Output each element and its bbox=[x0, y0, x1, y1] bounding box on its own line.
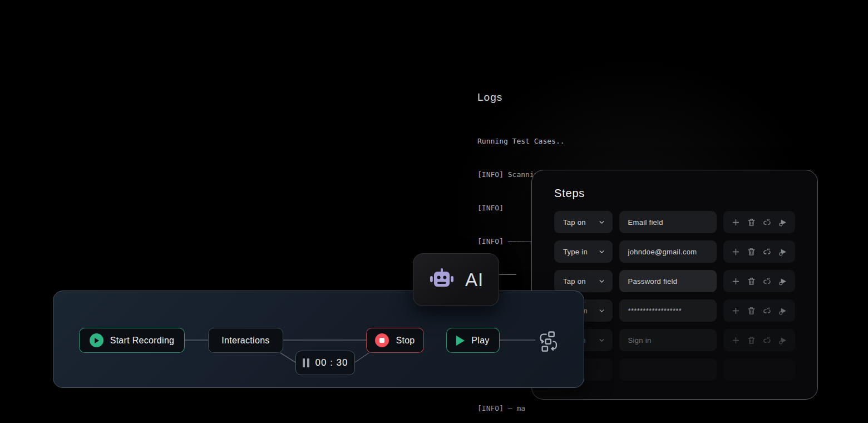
step-value-field[interactable]: Password field bbox=[619, 270, 717, 292]
step-row-actions bbox=[723, 358, 795, 381]
add-step-icon[interactable] bbox=[731, 277, 741, 286]
add-step-icon[interactable] bbox=[731, 306, 741, 316]
unlink-step-icon[interactable] bbox=[762, 336, 772, 345]
step-action-dropdown[interactable]: Tap on bbox=[554, 211, 613, 233]
step-value-field[interactable]: johndoe@gmail.com bbox=[619, 240, 717, 263]
step-row-actions bbox=[723, 270, 795, 292]
play-icon bbox=[456, 336, 465, 346]
delete-step-icon[interactable] bbox=[747, 218, 756, 227]
step-row: Tap on Email field bbox=[554, 211, 795, 233]
delete-step-icon[interactable] bbox=[747, 277, 756, 286]
delete-step-icon[interactable] bbox=[747, 336, 756, 345]
delete-step-icon[interactable] bbox=[747, 247, 756, 257]
logs-title: Logs bbox=[477, 91, 717, 104]
unlink-step-icon[interactable] bbox=[762, 306, 772, 316]
ai-badge-label: AI bbox=[465, 269, 484, 291]
unlink-step-icon[interactable] bbox=[762, 277, 772, 286]
step-row-actions bbox=[723, 299, 795, 322]
play-button[interactable]: Play bbox=[446, 328, 500, 353]
page-background: Logs Running Test Cases.. [INFO] Scannin… bbox=[0, 0, 868, 423]
add-step-icon[interactable] bbox=[731, 336, 741, 345]
step-value-field[interactable]: Sign in bbox=[619, 329, 717, 351]
chevron-down-icon bbox=[598, 337, 605, 344]
pause-icon bbox=[303, 358, 309, 367]
chevron-down-icon bbox=[598, 307, 605, 314]
run-step-icon[interactable] bbox=[778, 336, 787, 345]
chevron-down-icon bbox=[598, 248, 605, 255]
step-value-field bbox=[619, 358, 717, 381]
start-recording-label: Start Recording bbox=[110, 336, 175, 346]
step-action-label: Type in bbox=[563, 248, 588, 256]
timer-node[interactable]: 00 : 30 bbox=[295, 351, 355, 375]
stop-button[interactable]: Stop bbox=[366, 328, 424, 353]
timer-value: 00 : 30 bbox=[315, 357, 348, 368]
interactions-button[interactable]: Interactions bbox=[208, 328, 283, 353]
add-step-icon[interactable] bbox=[731, 247, 741, 257]
steps-list: Tap on Email field Type in johndoe@gmail… bbox=[554, 211, 795, 381]
steps-title: Steps bbox=[554, 187, 795, 200]
run-step-icon[interactable] bbox=[778, 306, 787, 316]
play-label: Play bbox=[471, 336, 489, 346]
step-action-dropdown[interactable]: Type in bbox=[554, 240, 613, 263]
step-row: Tap on Sign in bbox=[554, 329, 795, 351]
stop-icon bbox=[375, 333, 389, 347]
step-action-dropdown[interactable]: Tap on bbox=[554, 270, 613, 292]
robot-icon bbox=[428, 268, 455, 292]
step-value-field[interactable]: ****************** bbox=[619, 299, 717, 322]
chevron-down-icon bbox=[598, 219, 605, 226]
step-row-actions bbox=[723, 240, 795, 263]
log-line: Running Test Cases.. bbox=[477, 136, 717, 147]
stop-label: Stop bbox=[396, 336, 415, 346]
chevron-down-icon bbox=[598, 278, 605, 285]
step-action-label: Tap on bbox=[563, 218, 586, 227]
step-action-label: Tap on bbox=[563, 277, 586, 286]
unlink-step-icon[interactable] bbox=[762, 247, 772, 257]
interactions-label: Interactions bbox=[221, 336, 269, 346]
run-step-icon[interactable] bbox=[778, 247, 787, 257]
step-row-actions bbox=[723, 329, 795, 351]
workflow-icon[interactable] bbox=[536, 330, 559, 352]
step-row: Type in ****************** bbox=[554, 299, 795, 322]
run-step-icon[interactable] bbox=[778, 218, 787, 227]
step-row: Type in johndoe@gmail.com bbox=[554, 240, 795, 263]
unlink-step-icon[interactable] bbox=[762, 218, 772, 227]
add-step-icon[interactable] bbox=[731, 218, 741, 227]
step-value-field[interactable]: Email field bbox=[619, 211, 717, 233]
step-row-actions bbox=[723, 211, 795, 233]
step-row: Tap on Password field bbox=[554, 270, 795, 292]
recorder-toolbar: Start Recording Interactions 00 : 30 Sto… bbox=[53, 291, 584, 388]
ai-badge: AI bbox=[413, 253, 499, 306]
delete-step-icon[interactable] bbox=[747, 306, 756, 316]
run-step-icon[interactable] bbox=[778, 277, 787, 286]
record-play-icon bbox=[90, 333, 103, 347]
log-line: [INFO] — ma bbox=[477, 403, 717, 414]
start-recording-button[interactable]: Start Recording bbox=[79, 328, 185, 353]
step-row-placeholder bbox=[554, 358, 795, 381]
